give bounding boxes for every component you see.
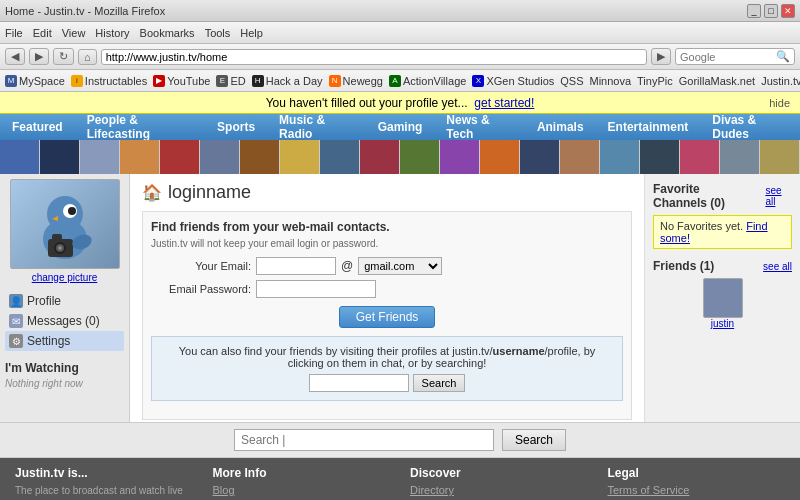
thumb-12[interactable] [440,140,480,174]
nav-gaming[interactable]: Gaming [366,116,435,138]
bottom-search-input[interactable] [234,429,494,451]
change-picture-link[interactable]: change picture [5,272,124,283]
profile-avatar [10,179,120,269]
menu-bookmarks[interactable]: Bookmarks [140,27,195,39]
bookmark-actionvillage[interactable]: AActionVillage [389,75,466,87]
bookmark-youtube[interactable]: ▶YouTube [153,75,210,87]
thumb-8[interactable] [280,140,320,174]
browser-search-box[interactable]: 🔍 [675,48,795,65]
thumb-15[interactable] [560,140,600,174]
thumb-6[interactable] [200,140,240,174]
nav-toolbar: ◀ ▶ ↻ ⌂ ▶ 🔍 [0,44,800,70]
favorites-see-all[interactable]: see all [765,185,792,207]
footer-blog-link[interactable]: Blog [213,484,391,496]
bookmark-tinypic[interactable]: TinyPic [637,75,673,87]
bookmark-myspace[interactable]: MMySpace [5,75,65,87]
close-button[interactable]: ✕ [781,4,795,18]
thumb-17[interactable] [640,140,680,174]
friend-search-button[interactable]: Search [413,374,466,392]
browser-search-input[interactable] [680,51,776,63]
bookmark-xgen[interactable]: XXGen Studios [472,75,554,87]
minimize-button[interactable]: _ [747,4,761,18]
bookmark-newegg[interactable]: NNewegg [329,75,383,87]
menu-edit[interactable]: Edit [33,27,52,39]
forward-button[interactable]: ▶ [29,48,49,65]
thumb-1[interactable] [0,140,40,174]
bookmark-minnova[interactable]: Minnova [589,75,631,87]
menu-tools[interactable]: Tools [205,27,231,39]
thumb-13[interactable] [480,140,520,174]
footer-directory-link[interactable]: Directory [410,484,588,496]
reload-button[interactable]: ↻ [53,48,74,65]
username-display: loginname [168,182,251,203]
username-header: 🏠 loginname [142,182,632,203]
url-input[interactable] [106,51,642,63]
watching-empty: Nothing right now [5,378,124,389]
menu-file[interactable]: File [5,27,23,39]
no-favorites-box: No Favorites yet. Find some! [653,215,792,249]
nav-entertainment[interactable]: Entertainment [596,116,701,138]
maximize-button[interactable]: □ [764,4,778,18]
bookmark-ed[interactable]: EED [216,75,245,87]
thumb-9[interactable] [320,140,360,174]
thumb-19[interactable] [720,140,760,174]
notification-bar: You haven't filled out your profile yet.… [0,92,800,114]
footer-about-text: The place to broadcast and watch live vi… [15,484,193,500]
thumb-18[interactable] [680,140,720,174]
friend-name-justin[interactable]: justin [711,318,734,329]
footer-tos-link[interactable]: Terms of Service [608,484,786,496]
nav-animals[interactable]: Animals [525,116,596,138]
thumb-5[interactable] [160,140,200,174]
bookmark-qss[interactable]: QSS [560,75,583,87]
get-started-link[interactable]: get started! [474,96,534,110]
footer-about: Justin.tv is... The place to broadcast a… [15,466,193,500]
thumb-20[interactable] [760,140,800,174]
watching-section: I'm Watching Nothing right now [5,361,124,389]
hide-notification-button[interactable]: hide [769,97,790,109]
email-password-input[interactable] [256,280,376,298]
bookmark-gorillamask[interactable]: GorillaMask.net [679,75,755,87]
email-row: Your Email: @ gmail.com yahoo.com hotmai… [151,257,623,275]
nav-sports[interactable]: Sports [205,116,267,138]
bookmark-instructables[interactable]: iInstructables [71,75,147,87]
password-label: Email Password: [151,283,251,295]
email-input[interactable] [256,257,336,275]
thumb-2[interactable] [40,140,80,174]
bookmark-hackaday[interactable]: HHack a Day [252,75,323,87]
email-domain-select[interactable]: gmail.com yahoo.com hotmail.com aol.com [358,257,442,275]
friend-search-input[interactable] [309,374,409,392]
thumb-16[interactable] [600,140,640,174]
sidebar-item-profile[interactable]: 👤 Profile [5,291,124,311]
settings-icon: ⚙ [9,334,23,348]
thumb-10[interactable] [360,140,400,174]
friend-item-justin[interactable]: justin [653,278,792,329]
watching-title: I'm Watching [5,361,124,375]
window-controls: _ □ ✕ [747,4,795,18]
sidebar-item-messages[interactable]: ✉ Messages (0) [5,311,124,331]
sidebar-item-settings[interactable]: ⚙ Settings [5,331,124,351]
bottom-search-button[interactable]: Search [502,429,566,451]
get-friends-button[interactable]: Get Friends [339,306,436,328]
thumb-3[interactable] [80,140,120,174]
thumb-7[interactable] [240,140,280,174]
find-friends-title: Find friends from your web-mail contacts… [151,220,623,234]
go-button[interactable]: ▶ [651,48,671,65]
menu-view[interactable]: View [62,27,86,39]
menu-help[interactable]: Help [240,27,263,39]
menu-history[interactable]: History [95,27,129,39]
friends-header: Friends (1) see all [653,259,792,273]
email-label: Your Email: [151,260,251,272]
thumb-11[interactable] [400,140,440,174]
thumb-14[interactable] [520,140,560,174]
notification-text: You haven't filled out your profile yet.… [266,96,535,110]
nav-featured[interactable]: Featured [0,116,75,138]
friends-see-all[interactable]: see all [763,261,792,272]
home-button[interactable]: ⌂ [78,49,97,65]
messages-icon: ✉ [9,314,23,328]
back-button[interactable]: ◀ [5,48,25,65]
bookmark-justintv[interactable]: Justin.tv [761,75,800,87]
footer-more-info: More Info Blog About Us / FAQ Broadcasti… [213,466,391,500]
address-bar[interactable] [101,49,647,65]
search-row: Search [160,374,614,392]
thumb-4[interactable] [120,140,160,174]
